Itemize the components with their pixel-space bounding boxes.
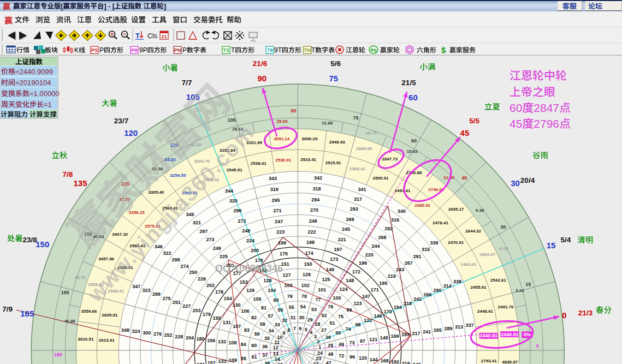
svg-text:PN: PN bbox=[174, 47, 181, 53]
svg-text:55: 55 bbox=[289, 305, 294, 310]
svg-text:36: 36 bbox=[262, 344, 268, 349]
svg-text:75: 75 bbox=[329, 74, 338, 83]
svg-text:P: P bbox=[99, 46, 104, 54]
svg-text:T: T bbox=[135, 32, 140, 40]
svg-text:156: 156 bbox=[207, 338, 215, 343]
svg-text:131: 131 bbox=[223, 320, 231, 325]
svg-text:2508.41: 2508.41 bbox=[349, 166, 365, 171]
svg-text:247: 247 bbox=[275, 219, 283, 224]
svg-text:272: 272 bbox=[238, 218, 246, 224]
svg-text:129: 129 bbox=[246, 288, 254, 293]
svg-text:81: 81 bbox=[261, 305, 266, 311]
svg-text:291: 291 bbox=[413, 254, 421, 259]
svg-text:157: 157 bbox=[208, 360, 216, 364]
svg-text:2448.41: 2448.41 bbox=[477, 309, 493, 314]
svg-text:2491.76: 2491.76 bbox=[498, 305, 514, 309]
svg-text:2538.41: 2538.41 bbox=[251, 161, 266, 166]
svg-text:120: 120 bbox=[124, 128, 138, 138]
svg-text:79: 79 bbox=[287, 294, 293, 299]
svg-text:12: 12 bbox=[273, 345, 279, 350]
svg-text:199: 199 bbox=[278, 240, 286, 246]
svg-text:222: 222 bbox=[307, 229, 316, 235]
svg-text:176: 176 bbox=[255, 258, 263, 263]
svg-text:274: 274 bbox=[180, 264, 188, 269]
svg-text:2613.41: 2613.41 bbox=[99, 338, 115, 343]
svg-text:13: 13 bbox=[273, 351, 279, 356]
svg-text:82: 82 bbox=[251, 315, 257, 320]
svg-text:50: 50 bbox=[335, 330, 341, 336]
svg-text:103: 103 bbox=[284, 283, 292, 288]
svg-text:30: 30 bbox=[511, 178, 520, 188]
svg-text:145: 145 bbox=[380, 335, 388, 341]
svg-text:45: 45 bbox=[461, 175, 467, 181]
svg-text:57: 57 bbox=[268, 313, 273, 319]
svg-text:15: 15 bbox=[277, 362, 283, 364]
svg-text:2515.91: 2515.91 bbox=[325, 160, 341, 165]
svg-text:224: 224 bbox=[246, 238, 254, 243]
svg-text:290: 290 bbox=[434, 288, 442, 293]
svg-text:348: 348 bbox=[121, 327, 129, 333]
svg-text:347: 347 bbox=[132, 284, 140, 289]
svg-text:318: 318 bbox=[313, 186, 321, 192]
svg-text:47: 47 bbox=[326, 360, 331, 364]
svg-text:155: 155 bbox=[212, 315, 221, 321]
svg-text:198: 198 bbox=[306, 240, 315, 245]
svg-text:98: 98 bbox=[356, 322, 361, 327]
svg-text:219: 219 bbox=[388, 273, 396, 279]
svg-text:18.75: 18.75 bbox=[366, 130, 377, 135]
svg-text:7/9: 7/9 bbox=[2, 305, 13, 313]
svg-text:77: 77 bbox=[315, 297, 321, 302]
svg-text:2796: 2796 bbox=[534, 117, 559, 130]
svg-text:34: 34 bbox=[269, 328, 274, 333]
svg-text:293: 293 bbox=[350, 206, 358, 212]
svg-text:172: 172 bbox=[352, 269, 360, 275]
svg-text:165: 165 bbox=[20, 309, 34, 318]
svg-text:23: 23 bbox=[316, 356, 321, 361]
svg-text:321: 321 bbox=[193, 220, 201, 225]
svg-text:314: 314 bbox=[443, 283, 452, 289]
svg-text:220: 220 bbox=[365, 252, 374, 258]
svg-text:2605.91: 2605.91 bbox=[102, 313, 117, 318]
svg-text:27: 27 bbox=[321, 327, 327, 333]
svg-text:38: 38 bbox=[265, 361, 270, 364]
svg-text:5: 5 bbox=[305, 327, 307, 332]
svg-text:148: 148 bbox=[346, 278, 354, 283]
svg-text:170: 170 bbox=[384, 309, 392, 314]
svg-text:23/8: 23/8 bbox=[23, 236, 38, 244]
svg-text:P9: P9 bbox=[131, 47, 137, 53]
svg-text:15.63: 15.63 bbox=[407, 149, 418, 154]
svg-text:178: 178 bbox=[215, 289, 223, 295]
svg-text:240: 240 bbox=[412, 362, 420, 364]
svg-text:194: 194 bbox=[394, 305, 402, 310]
svg-text:20/4: 20/4 bbox=[520, 176, 535, 184]
svg-text:2898.58: 2898.58 bbox=[356, 146, 372, 151]
svg-text:124: 124 bbox=[339, 287, 347, 292]
svg-text:289: 289 bbox=[444, 326, 452, 331]
svg-text:171: 171 bbox=[371, 287, 379, 293]
svg-text:73: 73 bbox=[349, 340, 354, 345]
svg-text:297: 297 bbox=[199, 229, 208, 234]
svg-text:251: 251 bbox=[173, 300, 181, 305]
svg-text:270: 270 bbox=[310, 207, 318, 213]
svg-text:=20190104: =20190104 bbox=[15, 79, 51, 87]
svg-text:11: 11 bbox=[275, 339, 280, 345]
svg-text:P: P bbox=[182, 46, 187, 54]
svg-text:5/6: 5/6 bbox=[330, 59, 341, 68]
svg-text:180: 180 bbox=[196, 336, 204, 342]
svg-text:221: 221 bbox=[338, 237, 346, 242]
svg-text:2500.91: 2500.91 bbox=[373, 176, 389, 181]
svg-text:37: 37 bbox=[262, 353, 268, 358]
svg-text:225: 225 bbox=[220, 254, 228, 259]
svg-text:200: 200 bbox=[251, 248, 259, 253]
svg-text:340: 340 bbox=[398, 208, 406, 214]
svg-text:99: 99 bbox=[347, 307, 352, 313]
svg-text:125: 125 bbox=[322, 277, 330, 282]
svg-text:78: 78 bbox=[301, 294, 307, 299]
svg-text:120: 120 bbox=[359, 355, 367, 361]
svg-text:2695.17: 2695.17 bbox=[448, 207, 464, 212]
svg-text:3356.25: 3356.25 bbox=[129, 210, 145, 215]
svg-text:249: 249 bbox=[213, 246, 221, 251]
svg-text:T: T bbox=[231, 46, 235, 54]
svg-text:2470.91: 2470.91 bbox=[448, 240, 464, 245]
svg-text:2793.41: 2793.41 bbox=[481, 359, 497, 363]
